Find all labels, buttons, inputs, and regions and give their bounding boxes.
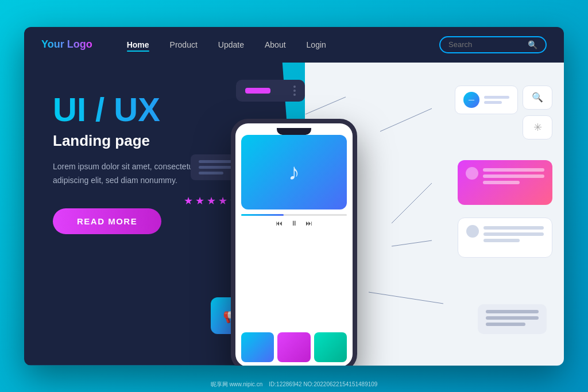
ui-card-blue-white	[458, 218, 552, 258]
p-line	[483, 174, 544, 178]
watermark-site: 昵享网 www.nipic.cn	[211, 381, 263, 387]
ui-card-pink	[458, 160, 552, 205]
b-line	[483, 226, 544, 230]
nav-home[interactable]: Home	[127, 40, 149, 49]
ui-card-top-dark	[236, 80, 305, 102]
minus-icon: —	[469, 96, 474, 103]
playback-controls: ⏮ ⏸ ⏭	[235, 216, 353, 231]
thumbnail-2	[277, 332, 310, 362]
read-more-button[interactable]: READ MORE	[53, 208, 161, 234]
p-line-short	[483, 181, 520, 184]
nav-product[interactable]: Product	[170, 40, 198, 49]
dots-vertical	[293, 86, 296, 96]
music-card: ♪	[241, 135, 347, 209]
p-line	[483, 168, 544, 172]
forward-icon: ⏭	[305, 219, 312, 227]
watermark-id: ID:12286942 NO:20220622154151489109	[269, 381, 377, 387]
r-line	[484, 96, 509, 99]
circle-pink	[466, 167, 478, 180]
card-lines	[484, 96, 509, 104]
pink-lines	[483, 166, 544, 184]
line-bar	[199, 172, 223, 174]
navbar: Your Logo Home Product Update About Logi…	[24, 27, 564, 63]
thumbnail-row	[235, 328, 353, 366]
main-card: Your Logo Home Product Update About Logi…	[24, 27, 564, 366]
ui-card-text-gray	[478, 304, 547, 334]
line-bar	[199, 160, 234, 163]
play-pause-icon: ⏸	[291, 219, 297, 227]
starburst-icon: ✳	[533, 121, 542, 134]
watermark: 昵享网 www.nipic.cn ID:12286942 NO:20220622…	[211, 381, 378, 389]
dot	[293, 94, 296, 96]
page-wrapper: Your Logo Home Product Update About Logi…	[0, 0, 588, 392]
music-note-icon: ♪	[288, 159, 300, 185]
nav-login[interactable]: Login	[307, 40, 326, 49]
t-line	[486, 316, 539, 320]
star-3: ★	[207, 195, 216, 207]
thumbnail-1	[241, 332, 274, 362]
search-input[interactable]	[448, 40, 523, 49]
progress-fill	[241, 214, 284, 216]
t-line	[486, 310, 539, 313]
progress-bar	[241, 214, 347, 216]
r-line-short	[484, 101, 502, 104]
nav-about[interactable]: About	[265, 40, 286, 49]
search-small-icon: 🔍	[532, 92, 543, 103]
star-1: ★	[184, 195, 193, 207]
b-line-short	[483, 239, 520, 242]
thumbnail-3	[314, 332, 347, 362]
ui-card-starburst: ✳	[523, 115, 552, 139]
blue-lines	[483, 224, 544, 242]
line-bar	[199, 166, 234, 169]
b-line	[483, 232, 544, 236]
nav-links: Home Product Update About Login	[127, 40, 439, 49]
hero-section: UI / UX Landing page Lorem ipsum dolor s…	[24, 63, 564, 366]
dot	[293, 86, 296, 88]
phone-screen: ♪ ⏮ ⏸ ⏭	[235, 123, 353, 366]
dot	[293, 90, 296, 92]
search-icon: 🔍	[528, 40, 537, 49]
star-2: ★	[195, 195, 204, 207]
star-4: ★	[218, 195, 227, 207]
t-line-short	[486, 323, 525, 326]
ui-card-right-circle: —	[455, 86, 518, 114]
phone-notch	[277, 128, 311, 135]
circle-gray	[466, 225, 479, 238]
pink-bar	[245, 88, 270, 94]
rewind-icon: ⏮	[276, 219, 283, 227]
phone-mockup: ♪ ⏮ ⏸ ⏭	[231, 119, 357, 366]
logo: Your Logo	[41, 38, 92, 51]
nav-update[interactable]: Update	[218, 40, 244, 49]
ui-card-search: 🔍	[523, 86, 552, 110]
circle-blue: —	[463, 92, 479, 108]
phone-body: ♪ ⏮ ⏸ ⏭	[231, 119, 357, 366]
hero-description: Lorem ipsum dolor sit amet, consectetuer…	[53, 160, 214, 188]
search-box[interactable]: 🔍	[439, 36, 547, 53]
